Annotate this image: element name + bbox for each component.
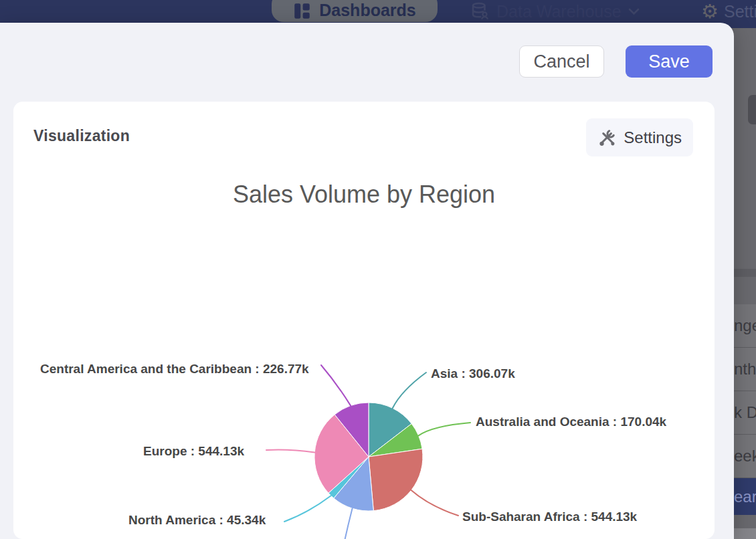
nav-item-dashboards[interactable]: Dashboards (272, 0, 438, 22)
visualization-card: Visualization Settings Sales Volume by R… (13, 102, 715, 539)
gear-icon: ⚙ (701, 2, 719, 21)
underlay-list-item: nge (734, 304, 756, 348)
edit-visualization-modal: Cancel Save Visualization Settings Sales… (0, 23, 734, 539)
nav-label-settings: Settings (724, 2, 756, 21)
underlay-list-item-selected: ear (734, 478, 756, 515)
underlay-list-item: nth (734, 348, 756, 391)
data-warehouse-icon (470, 1, 490, 21)
underlay-list-item-text: eek (734, 447, 756, 465)
underlay-list-item-text: nth (734, 360, 756, 379)
cancel-button[interactable]: Cancel (519, 45, 604, 78)
chart-settings-label: Settings (624, 128, 682, 147)
underlay-dropdown-list: nge nth k D eek ear (734, 304, 756, 515)
underlay-list-item-text: k D (734, 403, 756, 422)
underlay-list-item: k D (734, 391, 756, 435)
chevron-down-icon (628, 8, 640, 15)
nav-label-data-warehouse: Data Warehouse (496, 2, 622, 21)
dashboard-icon (293, 2, 311, 20)
underlay-page-strip: nge nth k D eek ear (734, 28, 756, 539)
underlay-list-item: eek (734, 435, 756, 478)
underlay-list-item-text: nge (734, 316, 756, 335)
card-title: Visualization (33, 127, 130, 145)
save-button[interactable]: Save (626, 45, 713, 78)
underlay-list-item-text: ear (734, 488, 756, 506)
nav-item-settings[interactable]: ⚙ Settings (701, 0, 756, 23)
underlay-dark-button-fragment (748, 95, 756, 124)
tools-icon (597, 128, 616, 147)
nav-item-data-warehouse[interactable]: Data Warehouse (470, 0, 640, 23)
chart-settings-button[interactable]: Settings (586, 118, 693, 156)
nav-label-dashboards: Dashboards (319, 1, 415, 20)
chart-title: Sales Volume by Region (13, 181, 715, 209)
underlay-bottom (734, 528, 756, 539)
underlay-band (734, 269, 756, 277)
